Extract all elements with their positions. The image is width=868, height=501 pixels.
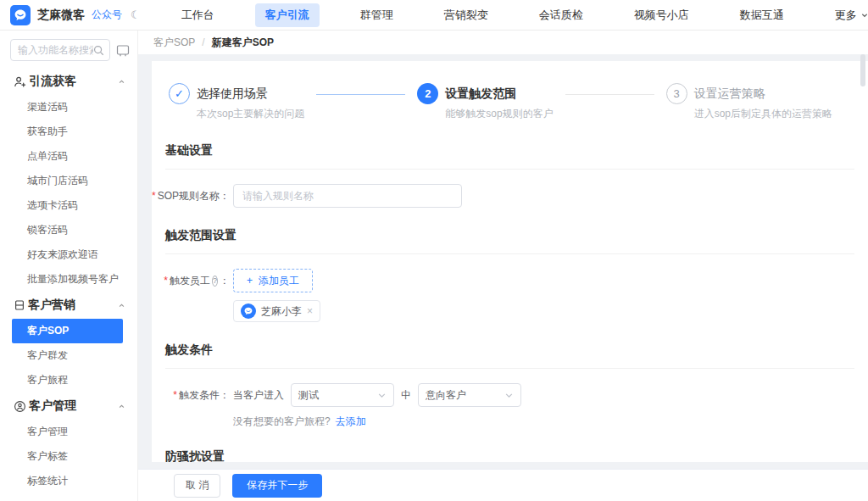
sidebar-section-3[interactable]: 客户管理: [0, 392, 137, 420]
nav-item-7[interactable]: 数据互通: [730, 3, 794, 27]
nav-item-8[interactable]: 更多: [825, 3, 868, 27]
journey-hint: 没有想要的客户旅程?: [233, 415, 331, 427]
stepper: ✓ 选择使用场景 本次sop主要解决的问题 2 设置触发范围 能够触发sop规则…: [165, 61, 854, 121]
step-2-subtitle: 能够触发sop规则的客户: [445, 107, 553, 121]
step-connector-1: [316, 94, 405, 95]
trigger-condition-row: * 触发条件 ： 当客户进入 测试: [165, 383, 854, 429]
step-3-subtitle: 进入sop后制定具体的运营策略: [694, 107, 832, 121]
nav-item-1[interactable]: 工作台: [171, 3, 225, 27]
sidebar-item-1-8[interactable]: 批量添加视频号客户: [0, 267, 137, 292]
nav-item-label: 更多: [835, 8, 857, 23]
sidebar-item-1-5[interactable]: 选项卡活码: [0, 193, 137, 218]
brand-name: 芝麻微客: [37, 8, 85, 23]
trigger-condition-label: * 触发条件 ：: [165, 383, 230, 407]
nav-item-2[interactable]: 客户引流: [255, 3, 320, 27]
chevron-up-icon: [118, 403, 125, 410]
sidebar-section-2[interactable]: 客户营销: [0, 292, 137, 319]
step-2-number: 2: [417, 83, 438, 104]
sidebar-item-2-1[interactable]: 客户SOP: [12, 319, 123, 343]
panel-toggle-icon[interactable]: [116, 44, 130, 57]
sidebar-section-label: 客户营销: [28, 298, 75, 313]
search-icon: [93, 45, 104, 56]
step-3: 3 设置运营策略 进入sop后制定具体的运营策略: [666, 83, 832, 121]
cancel-button[interactable]: 取 消: [174, 474, 220, 498]
brand-badge[interactable]: 公众号: [92, 8, 122, 22]
sidebar-item-3-3[interactable]: 标签统计: [0, 469, 137, 493]
breadcrumb-separator: /: [202, 36, 204, 48]
user-add-icon: [14, 75, 26, 88]
nav-item-4[interactable]: 营销裂变: [434, 3, 498, 27]
divider: [165, 368, 854, 369]
nav-item-label: 数据互通: [740, 8, 784, 23]
plus-icon: +: [247, 275, 253, 287]
tag-close-icon[interactable]: ×: [307, 305, 313, 317]
breadcrumb-current: 新建客户SOP: [212, 36, 274, 50]
section-title-scope: 触发范围设置: [165, 228, 854, 243]
chevron-up-icon: [118, 78, 125, 86]
sidebar-search-row: [0, 39, 137, 61]
sidebar-item-2-3[interactable]: 客户旅程: [0, 368, 137, 392]
nav-item-5[interactable]: 会话质检: [529, 3, 593, 27]
moon-icon[interactable]: ☾: [131, 8, 141, 21]
step-1-title: 选择使用场景: [197, 83, 304, 104]
step-1-check-icon: ✓: [169, 83, 190, 104]
staff-tag-name: 芝麻小李: [261, 304, 302, 319]
brand-area: 芝麻微客 公众号 ☾: [0, 5, 149, 25]
save-next-button[interactable]: 保存并下一步: [232, 474, 322, 498]
add-journey-link[interactable]: 去添加: [336, 415, 366, 427]
journey-select[interactable]: 测试: [291, 383, 394, 407]
nav-item-3[interactable]: 群管理: [350, 3, 403, 27]
step-connector-2: [565, 94, 654, 95]
step-1-subtitle: 本次sop主要解决的问题: [197, 107, 304, 121]
app-root: 芝麻微客 公众号 ☾ 工作台客户引流群管理营销裂变会话质检视频号小店数据互通更多: [0, 0, 868, 501]
required-mark: *: [173, 383, 177, 407]
sidebar-item-2-2[interactable]: 客户群发: [0, 343, 137, 368]
sidebar-item-1-4[interactable]: 城市门店活码: [0, 169, 137, 193]
content-card: ✓ 选择使用场景 本次sop主要解决的问题 2 设置触发范围 能够触发sop规则…: [152, 61, 868, 462]
rule-name-input[interactable]: [233, 184, 462, 208]
section-title-condition: 触发条件: [165, 342, 854, 358]
sidebar-item-1-3[interactable]: 点单活码: [0, 144, 137, 169]
sidebar-section-1[interactable]: 引流获客: [0, 68, 137, 95]
nav-item-label: 视频号小店: [634, 8, 689, 23]
step-3-title: 设置运营策略: [694, 83, 832, 104]
sidebar-item-1-6[interactable]: 锁客活码: [0, 218, 137, 242]
add-staff-button[interactable]: + 添加员工: [233, 269, 313, 292]
scrollbar-thumb[interactable]: [860, 54, 865, 86]
sidebar-item-1-2[interactable]: 获客助手: [0, 120, 137, 144]
step-1: ✓ 选择使用场景 本次sop主要解决的问题: [169, 83, 304, 121]
chevron-down-icon: [860, 11, 868, 19]
step-2-title: 设置触发范围: [445, 83, 553, 104]
required-mark: *: [164, 269, 168, 292]
condition-prefix: 当客户进入: [233, 388, 284, 403]
section-title-basic: 基础设置: [165, 143, 854, 159]
chevron-down-icon: [504, 391, 514, 400]
sidebar-section-label: 引流获客: [29, 74, 76, 89]
stage-select[interactable]: 意向客户: [418, 383, 521, 407]
app-logo-icon[interactable]: [10, 5, 31, 25]
divider: [165, 253, 854, 254]
footer-bar: 取 消 保存并下一步: [138, 469, 868, 501]
staff-tag: 芝麻小李 ×: [233, 300, 320, 322]
trigger-staff-row: * 触发员工 ? ： + 添加员工: [165, 269, 854, 322]
step-2: 2 设置触发范围 能够触发sop规则的客户: [417, 83, 553, 121]
trigger-staff-label: * 触发员工 ? ：: [165, 269, 230, 292]
main-area: 客户SOP / 新建客户SOP ✓ 选择使用场景 本次sop主要解决的问题: [138, 31, 868, 501]
search-input[interactable]: [18, 44, 93, 56]
section-title-anti-disturb: 防骚扰设置: [165, 449, 854, 462]
sidebar-item-3-1[interactable]: 客户管理: [0, 420, 137, 444]
sidebar-item-1-7[interactable]: 好友来源欢迎语: [0, 242, 137, 267]
top-nav: 工作台客户引流群管理营销裂变会话质检视频号小店数据互通更多: [171, 3, 868, 27]
rule-name-label: * SOP规则名称 ：: [165, 184, 230, 208]
help-icon[interactable]: ?: [212, 276, 218, 287]
breadcrumb-parent[interactable]: 客户SOP: [153, 36, 195, 50]
nav-item-6[interactable]: 视频号小店: [624, 3, 699, 27]
sidebar-search-box: [10, 39, 110, 61]
nav-item-label: 群管理: [360, 8, 393, 23]
nav-item-label: 工作台: [181, 8, 214, 23]
divider: [165, 169, 854, 170]
nav-item-label: 营销裂变: [444, 8, 488, 23]
sidebar-item-1-1[interactable]: 渠道活码: [0, 95, 137, 120]
journal-icon: [14, 299, 25, 311]
sidebar-item-3-2[interactable]: 客户标签: [0, 444, 137, 469]
